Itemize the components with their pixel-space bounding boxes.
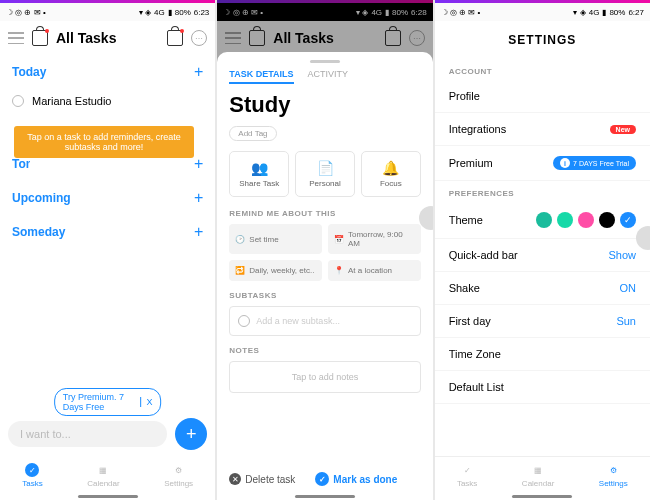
row-timezone[interactable]: Time Zone bbox=[435, 338, 650, 371]
status-bar: ☽ ◎ ⊕ ✉ • ▾ ◈ 4G ▮ 80% 6:28 bbox=[217, 3, 432, 21]
bag-icon[interactable] bbox=[32, 30, 48, 46]
task-row[interactable]: Mariana Estudio bbox=[0, 89, 215, 113]
notes-input[interactable]: Tap to add notes bbox=[229, 361, 420, 393]
remind-header: REMIND ME ABOUT THIS bbox=[229, 209, 420, 218]
theme-picker[interactable]: ✓ bbox=[536, 212, 636, 228]
screen-settings: ☽ ◎ ⊕ ✉ • ▾ ◈ 4G ▮ 80% 6:27 SETTINGS ACC… bbox=[435, 0, 650, 500]
home-indicator[interactable] bbox=[512, 495, 572, 498]
chip-repeat[interactable]: 🔁 Daily, weekly, etc.. bbox=[229, 260, 322, 281]
list-button[interactable]: 📄Personal bbox=[295, 151, 355, 197]
status-bar: ☽ ◎ ⊕ ✉ • ▾ ◈ 4G ▮ 80% 6:23 bbox=[0, 3, 215, 21]
subtask-input[interactable]: Add a new subtask... bbox=[229, 306, 420, 336]
settings-title: SETTINGS bbox=[435, 21, 650, 59]
bottom-nav: ✓Tasks ▦Calendar ⚙Settings bbox=[435, 456, 650, 492]
home-indicator[interactable] bbox=[295, 495, 355, 498]
screen-tasks: ☽ ◎ ⊕ ✉ • ▾ ◈ 4G ▮ 80% 6:23 All Tasks ⋯ … bbox=[0, 0, 215, 500]
sheet-tabs: TASK DETAILS ACTIVITY bbox=[229, 69, 420, 84]
account-header: ACCOUNT bbox=[435, 59, 650, 80]
row-integrations[interactable]: IntegrationsNew bbox=[435, 113, 650, 146]
chip-set-time[interactable]: 🕑 Set time bbox=[229, 224, 322, 254]
quick-add: I want to... + bbox=[8, 418, 207, 450]
row-profile[interactable]: Profile bbox=[435, 80, 650, 113]
notes-header: NOTES bbox=[229, 346, 420, 355]
tab-activity[interactable]: ACTIVITY bbox=[308, 69, 349, 84]
home-indicator[interactable] bbox=[78, 495, 138, 498]
topbar: All Tasks ⋯ bbox=[0, 21, 215, 55]
badge-trial: i7 DAYS Free Trial bbox=[553, 156, 636, 170]
add-tag-button[interactable]: Add Tag bbox=[229, 126, 276, 141]
badge-new: New bbox=[610, 125, 636, 134]
row-defaultlist[interactable]: Default List bbox=[435, 371, 650, 404]
status-bar: ☽ ◎ ⊕ ✉ • ▾ ◈ 4G ▮ 80% 6:27 bbox=[435, 3, 650, 21]
action-row: 👥Share Task 📄Personal 🔔Focus bbox=[229, 151, 420, 197]
row-theme[interactable]: Theme ✓ bbox=[435, 202, 650, 239]
nav-settings[interactable]: ⚙Settings bbox=[164, 463, 193, 488]
bottom-nav: ✓Tasks ▦Calendar ⚙Settings bbox=[0, 459, 215, 492]
task-input[interactable]: I want to... bbox=[8, 421, 167, 447]
nav-calendar[interactable]: ▦Calendar bbox=[87, 463, 119, 488]
nav-tasks[interactable]: ✓Tasks bbox=[457, 463, 477, 488]
plus-icon[interactable]: + bbox=[194, 63, 203, 81]
grabber[interactable] bbox=[310, 60, 340, 63]
task-sheet: TASK DETAILS ACTIVITY Study Add Tag 👥Sha… bbox=[217, 52, 432, 500]
chip-location[interactable]: 📍 At a location bbox=[328, 260, 421, 281]
prefs-header: PREFERENCES bbox=[435, 181, 650, 202]
delete-button[interactable]: ✕Delete task bbox=[229, 473, 295, 485]
nav-tasks[interactable]: ✓Tasks bbox=[22, 463, 42, 488]
section-someday[interactable]: Someday+ bbox=[0, 215, 215, 249]
premium-banner[interactable]: Try Premium. 7 Days FreeX bbox=[54, 388, 162, 416]
tooltip: Tap on a task to add reminders, create s… bbox=[14, 126, 194, 158]
radio-icon[interactable] bbox=[12, 95, 24, 107]
share-button[interactable]: 👥Share Task bbox=[229, 151, 289, 197]
topbar-dimmed: All Tasks ⋯ bbox=[217, 21, 432, 55]
focus-button[interactable]: 🔔Focus bbox=[361, 151, 421, 197]
add-button[interactable]: + bbox=[175, 418, 207, 450]
row-premium[interactable]: Premiumi7 DAYS Free Trial bbox=[435, 146, 650, 181]
screen-task-details: ☽ ◎ ⊕ ✉ • ▾ ◈ 4G ▮ 80% 6:28 All Tasks ⋯ … bbox=[217, 0, 432, 500]
row-shake[interactable]: ShakeON bbox=[435, 272, 650, 305]
close-icon[interactable]: X bbox=[140, 397, 152, 407]
done-button[interactable]: ✓Mark as done bbox=[315, 472, 397, 486]
subtasks-header: SUBTASKS bbox=[229, 291, 420, 300]
task-title[interactable]: Study bbox=[229, 92, 420, 118]
nav-calendar[interactable]: ▦Calendar bbox=[522, 463, 554, 488]
chip-tomorrow[interactable]: 📅 Tomorrow, 9:00 AM bbox=[328, 224, 421, 254]
row-firstday[interactable]: First daySun bbox=[435, 305, 650, 338]
row-quickadd[interactable]: Quick-add barShow bbox=[435, 239, 650, 272]
nav-settings[interactable]: ⚙Settings bbox=[599, 463, 628, 488]
section-upcoming[interactable]: Upcoming+ bbox=[0, 181, 215, 215]
tab-details[interactable]: TASK DETAILS bbox=[229, 69, 293, 84]
menu-icon[interactable] bbox=[8, 32, 24, 44]
more-icon[interactable]: ⋯ bbox=[191, 30, 207, 46]
sheet-footer: ✕Delete task ✓Mark as done bbox=[229, 472, 420, 486]
section-today[interactable]: Today+ bbox=[0, 55, 215, 89]
bag2-icon[interactable] bbox=[167, 30, 183, 46]
page-title: All Tasks bbox=[56, 30, 159, 46]
